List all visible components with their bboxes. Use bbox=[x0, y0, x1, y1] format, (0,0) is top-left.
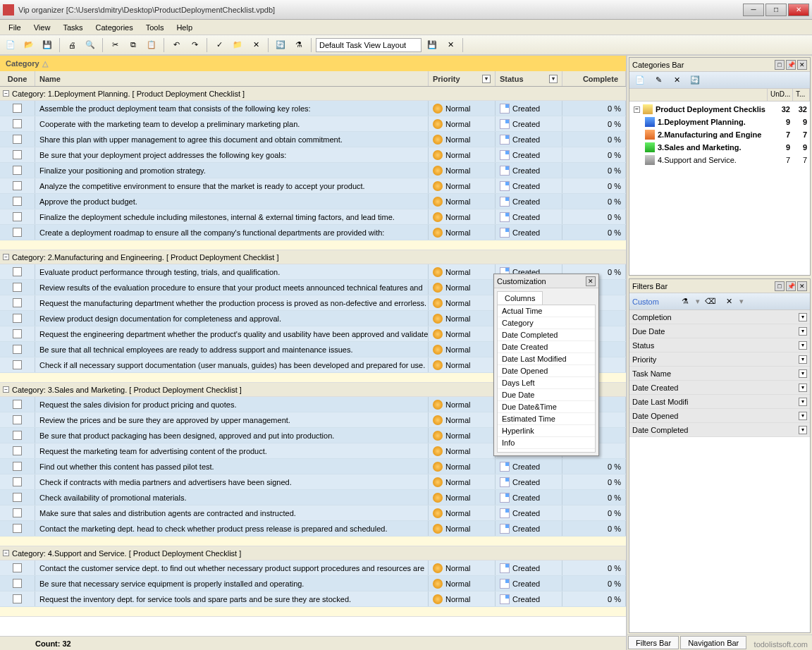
done-checkbox[interactable] bbox=[13, 228, 22, 237]
task-row[interactable]: Check if contracts with media partners a… bbox=[0, 474, 626, 490]
close-button[interactable]: ✕ bbox=[788, 4, 809, 16]
minimize-button[interactable]: ─ bbox=[743, 4, 764, 16]
done-checkbox[interactable] bbox=[13, 166, 22, 175]
done-checkbox[interactable] bbox=[13, 462, 22, 471]
customization-column-item[interactable]: Date Opened bbox=[498, 365, 595, 377]
expand-icon[interactable]: − bbox=[3, 386, 9, 393]
task-row[interactable]: Contact the customer service dept. to fi… bbox=[0, 560, 626, 576]
done-checkbox[interactable] bbox=[13, 329, 22, 338]
task-row[interactable]: Approve the product budget.NormalCreated… bbox=[0, 194, 626, 209]
tree-item[interactable]: 2.Manufacturing and Engine77 bbox=[631, 128, 808, 141]
col-header-priority[interactable]: Priority▾ bbox=[429, 71, 496, 86]
done-checkbox[interactable] bbox=[13, 267, 22, 276]
filter-row[interactable]: Due Date▾ bbox=[629, 324, 810, 338]
col-header-name[interactable]: Name bbox=[35, 71, 429, 86]
menu-tasks[interactable]: Tasks bbox=[57, 22, 88, 33]
done-checkbox[interactable] bbox=[13, 508, 22, 517]
menu-tools[interactable]: Tools bbox=[140, 22, 170, 33]
expand-icon[interactable]: − bbox=[3, 90, 9, 97]
menu-file[interactable]: File bbox=[3, 22, 27, 33]
done-checkbox[interactable] bbox=[13, 563, 22, 572]
menu-categories[interactable]: Categories bbox=[90, 22, 139, 33]
cat-new-icon[interactable]: 📄 bbox=[632, 73, 648, 88]
panel-pin-icon[interactable]: 📌 bbox=[786, 281, 796, 291]
tree-item[interactable]: 4.Support and Service.77 bbox=[631, 154, 808, 166]
done-checkbox[interactable] bbox=[13, 119, 22, 128]
col-header-complete[interactable]: Complete bbox=[562, 71, 626, 86]
dropdown-icon[interactable]: ▾ bbox=[799, 384, 807, 392]
customization-column-item[interactable]: Reminder Time bbox=[498, 449, 595, 453]
expand-icon[interactable]: − bbox=[3, 254, 9, 260]
done-checkbox[interactable] bbox=[13, 104, 22, 113]
task-row[interactable]: Check availability of promotional materi… bbox=[0, 490, 626, 505]
tb-copy-icon[interactable]: ⧉ bbox=[125, 37, 141, 53]
expand-icon[interactable]: − bbox=[634, 106, 640, 113]
panel-close-icon[interactable]: ✕ bbox=[797, 60, 807, 70]
task-row[interactable]: Find out whether this content has passed… bbox=[0, 459, 626, 474]
filter-row[interactable]: Task Name▾ bbox=[629, 367, 810, 381]
category-row[interactable]: −Category: 2.Manufacturing and Engineeri… bbox=[0, 250, 626, 264]
customization-column-item[interactable]: Date Last Modified bbox=[498, 353, 595, 365]
tree-item[interactable]: 1.Deployment Planning.99 bbox=[631, 116, 808, 128]
tb-preview-icon[interactable]: 🔍 bbox=[82, 37, 98, 53]
dropdown-icon[interactable]: ▾ bbox=[799, 426, 807, 434]
done-checkbox[interactable] bbox=[13, 360, 22, 369]
cat-edit-icon[interactable]: ✎ bbox=[651, 73, 666, 88]
panel-maximize-icon[interactable]: □ bbox=[775, 281, 785, 291]
customization-column-item[interactable]: Estimated Time bbox=[498, 413, 595, 425]
done-checkbox[interactable] bbox=[13, 314, 22, 323]
dropdown-icon[interactable]: ▾ bbox=[799, 327, 807, 336]
task-row[interactable]: Contact the marketing dept. head to chec… bbox=[0, 521, 626, 536]
done-checkbox[interactable] bbox=[13, 477, 22, 486]
customization-tab-columns[interactable]: Columns bbox=[497, 291, 543, 305]
dropdown-icon[interactable]: ▾ bbox=[549, 75, 558, 83]
tb-paste-icon[interactable]: 📋 bbox=[144, 37, 159, 53]
customization-column-item[interactable]: Date Created bbox=[498, 341, 595, 353]
tab-navigation-bar[interactable]: Navigation Bar bbox=[680, 636, 746, 649]
customization-column-item[interactable]: Date Completed bbox=[498, 329, 595, 341]
done-checkbox[interactable] bbox=[13, 150, 22, 159]
filter-row[interactable]: Date Opened▾ bbox=[629, 409, 810, 423]
tb-category-icon[interactable]: 📁 bbox=[230, 37, 245, 53]
filter-clear-icon[interactable]: ⌫ bbox=[703, 294, 718, 309]
tb-refresh-icon[interactable]: 🔄 bbox=[273, 37, 288, 53]
col-header-done[interactable]: Done bbox=[0, 71, 35, 86]
tab-filters-bar[interactable]: Filters Bar bbox=[628, 636, 679, 649]
categories-tree[interactable]: −Product Deployment Checklis32321.Deploy… bbox=[629, 102, 810, 275]
done-checkbox[interactable] bbox=[13, 446, 22, 455]
tb-cut-icon[interactable]: ✂ bbox=[107, 37, 123, 53]
task-row[interactable]: Assemble the product deployment team tha… bbox=[0, 101, 626, 116]
group-by-header[interactable]: Category △ bbox=[0, 56, 626, 71]
dropdown-icon[interactable]: ▾ bbox=[799, 355, 807, 364]
filter-apply-icon[interactable]: ⚗ bbox=[677, 294, 693, 309]
menu-view[interactable]: View bbox=[28, 22, 56, 33]
panel-maximize-icon[interactable]: □ bbox=[775, 60, 785, 70]
dropdown-icon[interactable]: ▾ bbox=[799, 398, 807, 406]
tb-new-icon[interactable]: 📄 bbox=[3, 37, 18, 53]
tb-save-icon[interactable]: 💾 bbox=[39, 37, 55, 53]
task-row[interactable]: Cooperate with the marketing team to dev… bbox=[0, 116, 626, 132]
done-checkbox[interactable] bbox=[13, 493, 22, 502]
customization-close-icon[interactable]: ✕ bbox=[586, 276, 596, 286]
panel-pin-icon[interactable]: 📌 bbox=[786, 60, 796, 70]
done-checkbox[interactable] bbox=[13, 212, 22, 221]
done-checkbox[interactable] bbox=[13, 594, 22, 603]
done-checkbox[interactable] bbox=[13, 345, 22, 354]
filter-row[interactable]: Date Last Modifi▾ bbox=[629, 395, 810, 409]
filters-panel-header[interactable]: Filters Bar □ 📌 ✕ bbox=[629, 279, 810, 293]
done-checkbox[interactable] bbox=[13, 524, 22, 533]
done-checkbox[interactable] bbox=[13, 283, 22, 292]
dropdown-icon[interactable]: ▾ bbox=[482, 75, 491, 83]
dropdown-icon[interactable]: ▾ bbox=[799, 341, 807, 350]
maximize-button[interactable]: □ bbox=[765, 4, 787, 16]
done-checkbox[interactable] bbox=[13, 400, 22, 409]
dropdown-icon[interactable]: ▾ bbox=[799, 369, 807, 378]
done-checkbox[interactable] bbox=[13, 579, 22, 588]
task-row[interactable]: Be sure that your deployment project add… bbox=[0, 147, 626, 163]
cat-refresh-icon[interactable]: 🔄 bbox=[687, 73, 703, 88]
customization-column-item[interactable]: Due Date&Time bbox=[498, 401, 595, 413]
dropdown-icon[interactable]: ▾ bbox=[799, 412, 807, 420]
filter-row[interactable]: Date Completed▾ bbox=[629, 423, 810, 437]
filter-del-icon[interactable]: ✕ bbox=[721, 294, 737, 309]
layout-combo[interactable] bbox=[316, 38, 422, 52]
